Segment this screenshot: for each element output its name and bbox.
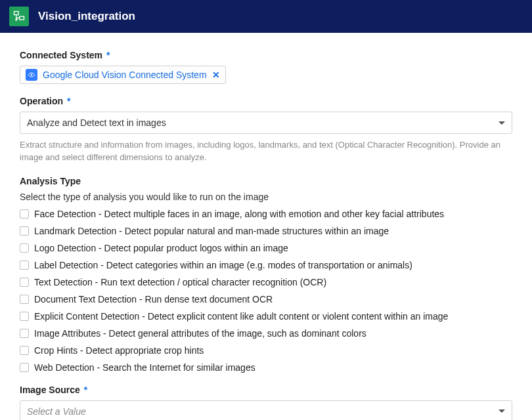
required-asterisk: * bbox=[84, 385, 87, 395]
operation-select[interactable]: Analyze and Detect text in images bbox=[20, 112, 512, 134]
caret-down-icon bbox=[499, 121, 505, 125]
checkbox-label: Explicit Content Detection - Detect expl… bbox=[34, 311, 448, 322]
image-source-select[interactable]: Select a Value bbox=[20, 400, 512, 420]
connected-system-token[interactable]: Google Cloud Vision Connected System ✕ bbox=[20, 66, 226, 84]
operation-select-value: Analyze and Detect text in images bbox=[27, 117, 166, 128]
checkbox-row: Crop Hints - Detect appropriate crop hin… bbox=[20, 345, 512, 356]
connected-system-label: Connected System * bbox=[20, 50, 512, 60]
checkbox-label-detection[interactable] bbox=[20, 261, 29, 270]
checkbox-explicit-content-detection[interactable] bbox=[20, 312, 29, 321]
checkbox-label: Logo Detection - Detect popular product … bbox=[34, 243, 288, 253]
checkbox-label: Text Detection - Run text detection / op… bbox=[34, 277, 326, 287]
caret-down-icon bbox=[499, 410, 505, 413]
svg-point-3 bbox=[31, 74, 33, 76]
checkbox-label: Image Attributes - Detect general attrib… bbox=[34, 328, 366, 339]
checkbox-row: Image Attributes - Detect general attrib… bbox=[20, 328, 512, 339]
form-content: Connected System * Google Cloud Vision C… bbox=[0, 33, 532, 420]
svg-rect-1 bbox=[20, 16, 24, 20]
checkbox-label: Landmark Detection - Detect popular natu… bbox=[34, 226, 389, 236]
analysis-type-options: Face Detection - Detect multiple faces i… bbox=[20, 209, 512, 373]
checkbox-label: Document Text Detection - Run dense text… bbox=[34, 294, 273, 304]
image-source-label: Image Source * bbox=[20, 385, 512, 395]
checkbox-face-detection[interactable] bbox=[20, 209, 29, 219]
eye-icon bbox=[26, 69, 37, 81]
checkbox-row: Explicit Content Detection - Detect expl… bbox=[20, 311, 512, 322]
checkbox-row: Text Detection - Run text detection / op… bbox=[20, 277, 512, 287]
checkbox-row: Logo Detection - Detect popular product … bbox=[20, 243, 512, 253]
image-source-placeholder: Select a Value bbox=[27, 406, 86, 417]
connected-system-token-text: Google Cloud Vision Connected System bbox=[43, 70, 207, 80]
analysis-type-label: Analysis Type bbox=[20, 176, 512, 186]
checkbox-label: Web Detection - Search the Internet for … bbox=[34, 362, 255, 373]
checkbox-logo-detection[interactable] bbox=[20, 243, 29, 253]
checkbox-label: Face Detection - Detect multiple faces i… bbox=[34, 209, 444, 219]
checkbox-image-attributes[interactable] bbox=[20, 329, 29, 338]
operation-help-text: Extract structure and information from i… bbox=[20, 139, 512, 164]
checkbox-row: Face Detection - Detect multiple faces i… bbox=[20, 209, 512, 219]
required-asterisk: * bbox=[106, 50, 110, 60]
checkbox-row: Landmark Detection - Detect popular natu… bbox=[20, 226, 512, 236]
analysis-type-description: Select the type of analysis you would li… bbox=[20, 192, 512, 202]
page-header: Vision_integration bbox=[0, 0, 532, 33]
operation-label-text: Operation bbox=[20, 96, 63, 106]
connected-system-label-text: Connected System bbox=[20, 50, 102, 60]
checkbox-row: Document Text Detection - Run dense text… bbox=[20, 294, 512, 304]
checkbox-crop-hints[interactable] bbox=[20, 346, 29, 355]
image-source-label-text: Image Source bbox=[20, 385, 80, 395]
checkbox-row: Label Detection - Detect categories with… bbox=[20, 260, 512, 270]
integration-icon bbox=[9, 7, 29, 26]
remove-token-icon[interactable]: ✕ bbox=[212, 70, 220, 80]
checkbox-row: Web Detection - Search the Internet for … bbox=[20, 362, 512, 373]
required-asterisk: * bbox=[67, 96, 70, 106]
checkbox-label: Label Detection - Detect categories with… bbox=[34, 260, 412, 270]
checkbox-landmark-detection[interactable] bbox=[20, 226, 29, 236]
checkbox-web-detection[interactable] bbox=[20, 363, 29, 372]
checkbox-text-detection[interactable] bbox=[20, 278, 29, 287]
operation-label: Operation * bbox=[20, 96, 512, 106]
svg-rect-0 bbox=[14, 12, 19, 15]
checkbox-document-text-detection[interactable] bbox=[20, 295, 29, 304]
checkbox-label: Crop Hints - Detect appropriate crop hin… bbox=[34, 345, 204, 356]
svg-point-2 bbox=[15, 18, 17, 20]
page-title: Vision_integration bbox=[38, 10, 135, 23]
